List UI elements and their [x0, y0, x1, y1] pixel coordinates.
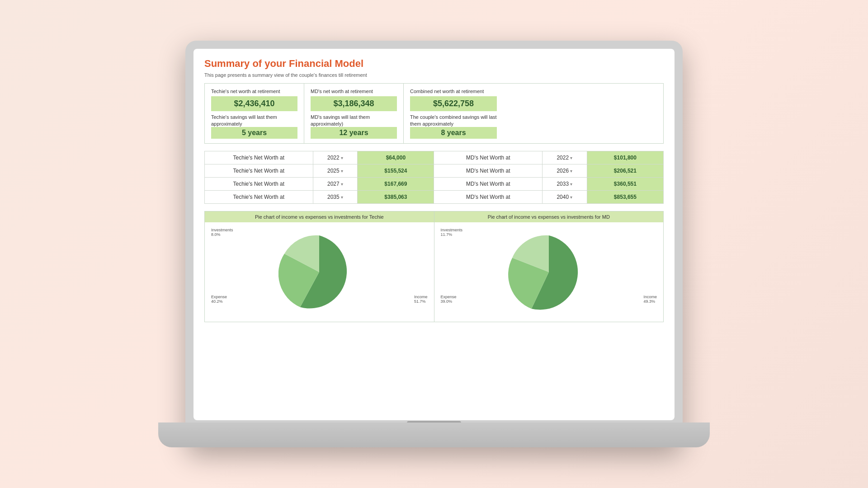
md-savings-label: MD's savings will last them approximatel… — [311, 114, 397, 127]
techie-pie-container: Pie chart of income vs expenses vs inves… — [205, 211, 434, 322]
md-row-label: MD's Net Worth at — [434, 177, 542, 190]
md-pie-area: Investments11.7% Expense39.0% Income49.3… — [434, 222, 664, 322]
combined-savings-label: The couple's combined savings will last … — [410, 114, 497, 127]
md-row-value: $101,800 — [587, 151, 663, 164]
table-row: Techie's Net Worth at 2022 ▾ $64,000 MD'… — [205, 151, 664, 164]
techie-investments-label: Investments8.0% — [211, 228, 233, 237]
techie-row-label: Techie's Net Worth at — [205, 190, 313, 203]
md-row-year[interactable]: 2026 ▾ — [542, 164, 587, 177]
page-content: Summary of your Financial Model This pag… — [193, 49, 675, 420]
techie-networth-value: $2,436,410 — [211, 96, 297, 111]
techie-networth-label: Techie's net worth at retirement — [211, 88, 297, 94]
combined-networth-label: Combined net worth at retirement — [410, 88, 497, 94]
md-pie-chart — [508, 231, 590, 313]
combined-networth-value: $5,622,758 — [410, 96, 497, 111]
md-row-year[interactable]: 2022 ▾ — [542, 151, 587, 164]
md-pie-header: Pie chart of income vs expenses vs inves… — [434, 211, 664, 222]
table-row: Techie's Net Worth at 2035 ▾ $385,063 MD… — [205, 190, 664, 203]
techie-expense-label: Expense40.2% — [211, 295, 227, 304]
techie-pie-chart — [278, 231, 360, 313]
techie-row-label: Techie's Net Worth at — [205, 164, 313, 177]
techie-row-year[interactable]: 2025 ▾ — [313, 164, 358, 177]
md-row-value: $853,655 — [587, 190, 663, 203]
techie-row-year[interactable]: 2022 ▾ — [313, 151, 358, 164]
summary-row: Techie's net worth at retirement $2,436,… — [204, 83, 664, 144]
md-summary-cell: MD's net worth at retirement $3,186,348 … — [304, 84, 404, 143]
md-row-year[interactable]: 2033 ▾ — [542, 177, 587, 190]
md-row-label: MD's Net Worth at — [434, 190, 542, 203]
techie-savings-label: Techie's savings will last them approxim… — [211, 114, 297, 127]
pie-charts-section: Pie chart of income vs expenses vs inves… — [204, 211, 664, 322]
md-pie-container: Pie chart of income vs expenses vs inves… — [434, 211, 664, 322]
techie-pie-area: Investments8.0% Expense40.2% Income51.7% — [205, 222, 434, 322]
techie-summary-cell: Techie's net worth at retirement $2,436,… — [205, 84, 304, 143]
techie-pie-header: Pie chart of income vs expenses vs inves… — [205, 211, 434, 222]
laptop-frame: Summary of your Financial Model This pag… — [185, 41, 683, 447]
laptop-base — [158, 422, 710, 447]
net-worth-table: Techie's Net Worth at 2022 ▾ $64,000 MD'… — [204, 151, 664, 204]
md-networth-label: MD's net worth at retirement — [311, 88, 397, 94]
page-subtitle: This page presents a summary view of the… — [204, 72, 664, 78]
md-investments-label: Investments11.7% — [441, 228, 463, 237]
techie-income-label: Income51.7% — [414, 295, 428, 304]
md-row-label: MD's Net Worth at — [434, 164, 542, 177]
techie-row-value: $385,063 — [358, 190, 434, 203]
techie-row-value: $64,000 — [358, 151, 434, 164]
techie-row-label: Techie's Net Worth at — [205, 151, 313, 164]
page-title: Summary of your Financial Model — [204, 58, 664, 70]
techie-row-year[interactable]: 2027 ▾ — [313, 177, 358, 190]
md-row-year[interactable]: 2040 ▾ — [542, 190, 587, 203]
techie-row-value: $155,524 — [358, 164, 434, 177]
md-row-value: $206,521 — [587, 164, 663, 177]
techie-row-year[interactable]: 2035 ▾ — [313, 190, 358, 203]
table-row: Techie's Net Worth at 2025 ▾ $155,524 MD… — [205, 164, 664, 177]
combined-savings-value: 8 years — [410, 127, 497, 139]
md-income-label: Income49.3% — [643, 295, 657, 304]
md-savings-value: 12 years — [311, 127, 397, 139]
table-row: Techie's Net Worth at 2027 ▾ $167,669 MD… — [205, 177, 664, 190]
techie-row-value: $167,669 — [358, 177, 434, 190]
techie-savings-value: 5 years — [211, 127, 297, 139]
md-expense-label: Expense39.0% — [441, 295, 457, 304]
techie-row-label: Techie's Net Worth at — [205, 177, 313, 190]
md-row-label: MD's Net Worth at — [434, 151, 542, 164]
combined-summary-cell: Combined net worth at retirement $5,622,… — [404, 84, 503, 143]
md-row-value: $360,551 — [587, 177, 663, 190]
laptop-screen: Summary of your Financial Model This pag… — [193, 49, 675, 420]
md-networth-value: $3,186,348 — [311, 96, 397, 111]
